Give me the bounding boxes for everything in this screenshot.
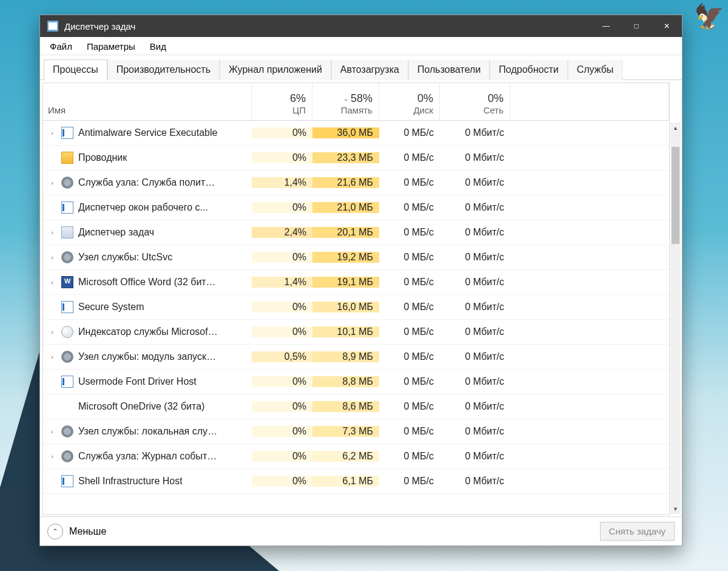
disk-value: 0 МБ/с	[379, 326, 440, 337]
process-name-cell: › Индексатор службы Microsoft...	[43, 326, 252, 338]
titlebar[interactable]: Диспетчер задач — □ ✕	[40, 15, 682, 37]
mem-value: 21,0 МБ	[312, 202, 379, 213]
process-name-cell: › Узел службы: UtcSvc	[43, 251, 252, 263]
vertical-scrollbar[interactable]: ▲ ▼	[670, 123, 681, 514]
disk-value: 0 МБ/с	[379, 376, 440, 387]
process-name: Проводник	[78, 152, 127, 163]
process-name-cell: › Узел службы: локальная служ...	[43, 425, 252, 438]
col-cpu[interactable]: 6% ЦП	[252, 83, 312, 120]
process-row[interactable]: Проводник 0% 23,3 МБ 0 МБ/с 0 Мбит/с	[43, 146, 669, 171]
desktop-decoration: 🦅	[694, 2, 724, 31]
net-value: 0 Мбит/с	[440, 202, 510, 213]
expander-icon[interactable]: ›	[48, 229, 56, 236]
app-icon	[61, 301, 73, 313]
expander-icon[interactable]: ›	[48, 279, 56, 286]
process-name-cell: Проводник	[43, 152, 252, 164]
process-row[interactable]: › Узел службы: UtcSvc 0% 19,2 МБ 0 МБ/с …	[43, 245, 669, 270]
process-row[interactable]: › Служба узла: Журнал событи... 0% 6,2 М…	[43, 444, 669, 469]
mem-value: 6,1 МБ	[312, 476, 379, 487]
process-name: Узел службы: модуль запуска ...	[78, 351, 218, 362]
minimize-button[interactable]: —	[591, 15, 621, 37]
disk-value: 0 МБ/с	[379, 127, 440, 138]
tab-details[interactable]: Подробности	[490, 59, 567, 80]
process-name-cell: Диспетчер окон рабочего с...	[43, 201, 252, 214]
net-value: 0 Мбит/с	[440, 326, 510, 337]
process-row[interactable]: › Microsoft Office Word (32 бита... 1,4%…	[43, 270, 669, 295]
end-task-button[interactable]: Снять задачу	[600, 522, 675, 541]
app-icon	[61, 376, 73, 388]
app-icon	[61, 127, 73, 139]
net-value: 0 Мбит/с	[440, 152, 510, 163]
cpu-value: 0%	[252, 401, 312, 412]
process-name-cell: Secure System	[43, 301, 252, 313]
process-row[interactable]: › Индексатор службы Microsoft... 0% 10,1…	[43, 320, 669, 345]
disk-value: 0 МБ/с	[379, 302, 440, 313]
process-row[interactable]: › Диспетчер задач 2,4% 20,1 МБ 0 МБ/с 0 …	[43, 220, 669, 245]
content-area: Имя 6% ЦП ⌄58% Память 0% Диск 0% Сеть	[40, 80, 682, 516]
process-row[interactable]: › Узел службы: модуль запуска ... 0,5% 8…	[43, 345, 669, 370]
net-value: 0 Мбит/с	[440, 277, 510, 288]
task-manager-window: Диспетчер задач — □ ✕ Файл Параметры Вид…	[39, 15, 682, 546]
expander-icon[interactable]: ›	[48, 328, 56, 336]
expander-icon[interactable]: ›	[48, 453, 56, 460]
col-name[interactable]: Имя	[43, 83, 252, 120]
expander-icon[interactable]: ›	[48, 254, 56, 261]
scroll-down-icon[interactable]: ▼	[670, 504, 681, 514]
gear-icon	[61, 450, 73, 462]
col-network[interactable]: 0% Сеть	[440, 83, 510, 120]
maximize-button[interactable]: □	[621, 15, 652, 37]
cpu-value: 0%	[252, 152, 312, 163]
menu-view[interactable]: Вид	[144, 39, 172, 54]
process-row[interactable]: Shell Infrastructure Host 0% 6,1 МБ 0 МБ…	[43, 469, 669, 494]
tab-apphistory[interactable]: Журнал приложений	[220, 59, 331, 80]
chevron-up-icon: ⌃	[47, 524, 63, 539]
process-name: Usermode Font Driver Host	[78, 376, 197, 387]
process-name: Узел службы: локальная служ...	[78, 426, 218, 437]
process-name-cell: › Microsoft Office Word (32 бита...	[43, 276, 252, 288]
net-value: 0 Мбит/с	[440, 376, 510, 387]
process-name-cell: › Узел службы: модуль запуска ...	[43, 351, 252, 363]
process-row[interactable]: Microsoft OneDrive (32 бита) 0% 8,6 МБ 0…	[43, 394, 669, 419]
fewer-details-button[interactable]: ⌃ Меньше	[47, 524, 106, 539]
gear-icon	[61, 351, 73, 363]
process-row[interactable]: Usermode Font Driver Host 0% 8,8 МБ 0 МБ…	[43, 370, 669, 394]
process-row[interactable]: Диспетчер окон рабочего с... 0% 21,0 МБ …	[43, 195, 669, 220]
mem-value: 36,0 МБ	[312, 127, 379, 138]
fewer-label: Меньше	[69, 526, 106, 537]
disk-value: 0 МБ/с	[379, 152, 440, 163]
menubar: Файл Параметры Вид	[40, 37, 682, 55]
tab-processes[interactable]: Процессы	[44, 59, 107, 80]
close-button[interactable]: ✕	[652, 15, 682, 37]
disk-value: 0 МБ/с	[379, 227, 440, 238]
process-row[interactable]: Secure System 0% 16,0 МБ 0 МБ/с 0 Мбит/с	[43, 295, 669, 320]
menu-options[interactable]: Параметры	[81, 39, 141, 54]
process-row[interactable]: › Узел службы: локальная служ... 0% 7,3 …	[43, 419, 669, 444]
mem-value: 8,6 МБ	[312, 401, 379, 412]
process-name-cell: › Служба узла: Служба политик...	[43, 177, 252, 189]
expander-icon[interactable]: ›	[48, 353, 56, 360]
expander-icon[interactable]: ›	[48, 428, 56, 435]
col-disk[interactable]: 0% Диск	[379, 83, 440, 120]
tab-startup[interactable]: Автозагрузка	[331, 59, 408, 80]
scroll-thumb[interactable]	[672, 147, 679, 244]
col-memory[interactable]: ⌄58% Память	[312, 83, 379, 120]
net-value: 0 Мбит/с	[440, 227, 510, 238]
net-value: 0 Мбит/с	[440, 476, 510, 487]
tab-users[interactable]: Пользователи	[408, 59, 490, 80]
mem-value: 21,6 МБ	[312, 177, 379, 188]
gear-icon	[61, 177, 73, 189]
expander-icon[interactable]: ›	[48, 179, 56, 186]
col-name-label: Имя	[48, 105, 245, 115]
disk-value: 0 МБ/с	[379, 351, 440, 362]
mem-value: 19,2 МБ	[312, 252, 379, 263]
tab-performance[interactable]: Производительность	[107, 59, 220, 80]
disk-percent: 0%	[384, 92, 433, 105]
menu-file[interactable]: Файл	[44, 39, 78, 54]
cpu-value: 0%	[252, 451, 312, 462]
tab-services[interactable]: Службы	[568, 59, 623, 80]
process-row[interactable]: › Служба узла: Служба политик... 1,4% 21…	[43, 171, 669, 195]
expander-icon[interactable]: ›	[48, 129, 56, 137]
col-spacer	[510, 83, 669, 120]
scroll-up-icon[interactable]: ▲	[670, 123, 681, 133]
process-row[interactable]: › Antimalware Service Executable 0% 36,0…	[43, 121, 669, 146]
